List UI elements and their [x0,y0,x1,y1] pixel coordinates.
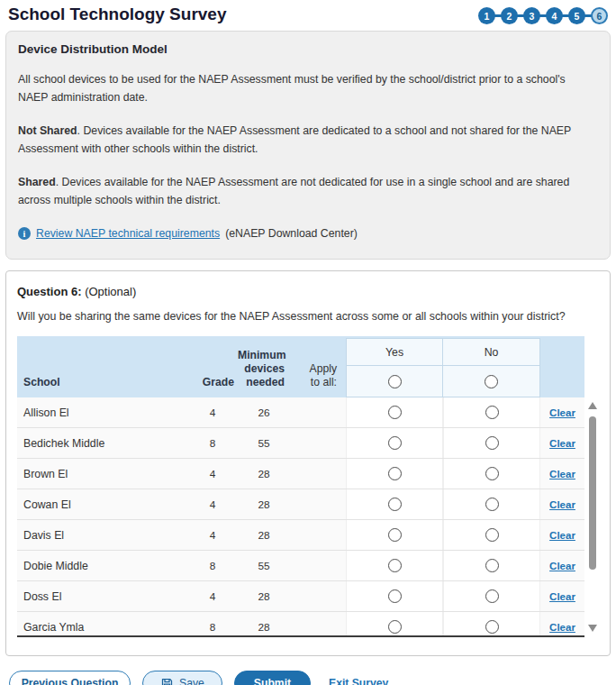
shared-term: Shared [18,176,56,188]
scrollbar-down-arrow-icon[interactable] [588,625,597,632]
school-name: Davis El [17,529,187,542]
step-4[interactable]: 4 [546,7,563,24]
no-cell [443,489,540,519]
yes-radio[interactable] [388,498,402,511]
top-bar: School Technology Survey 123456 [0,0,616,28]
no-radio[interactable] [485,467,499,480]
step-2[interactable]: 2 [501,7,518,24]
previous-question-button[interactable]: Previous Question [9,671,131,685]
table-row: Cowan El 4 28 Clear [17,489,584,520]
table-header-row: School Grade Minimum devices needed Appl… [17,336,584,397]
column-header-grade: Grade [187,376,238,397]
no-radio[interactable] [485,406,499,419]
yes-radio[interactable] [388,406,402,419]
yes-radio[interactable] [388,589,402,603]
table-row: Garcia Ymla 8 28 Clear [17,612,584,637]
table-body: Allison El 4 26 Clear Bedichek Middle 8 … [17,397,584,637]
table-row: Brown El 4 28 Clear [17,459,584,489]
min-devices-value: 55 [238,560,290,572]
clear-link[interactable]: Clear [549,499,575,510]
clear-cell: Clear [540,468,584,480]
clear-link[interactable]: Clear [549,561,575,571]
grade-value: 4 [187,590,238,603]
no-radio[interactable] [485,589,499,603]
yes-cell [346,612,443,637]
step-6[interactable]: 6 [591,7,608,24]
clear-link[interactable]: Clear [549,438,575,449]
not-shared-term: Not Shared [18,124,77,137]
no-column-header: No [443,338,540,397]
min-devices-value: 28 [238,590,290,603]
table-scrollbar[interactable] [587,397,599,637]
school-name: Brown El [17,468,187,480]
clear-cell: Clear [540,621,584,634]
clear-cell: Clear [540,590,584,603]
schools-table: School Grade Minimum devices needed Appl… [17,336,599,637]
step-1[interactable]: 1 [478,7,495,24]
column-header-min-devices: Minimum devices needed [238,349,290,398]
info-paragraph-verify: All school devices to be used for the NA… [18,71,579,107]
question-panel: Question 6: (Optional) Will you be shari… [5,270,611,656]
yes-column-header: Yes [346,338,443,397]
scrollbar-thumb[interactable] [589,416,596,570]
save-button[interactable]: Save [142,671,222,685]
question-header: Question 6: (Optional) [17,285,599,298]
no-cell [443,520,540,550]
yes-radio[interactable] [388,620,402,634]
yes-radio[interactable] [388,436,402,450]
info-paragraph-not-shared: Not Shared. Devices available for the NA… [18,123,579,159]
clear-link[interactable]: Clear [549,530,575,541]
yes-cell [346,397,443,427]
grade-value: 8 [187,560,238,572]
yes-radio[interactable] [388,467,402,480]
clear-link[interactable]: Clear [549,407,575,418]
min-devices-value: 28 [238,621,290,634]
step-3[interactable]: 3 [523,7,540,24]
apply-all-yes-radio[interactable] [388,375,402,388]
table-row: Bedichek Middle 8 55 Clear [17,428,584,459]
yes-radio[interactable] [388,528,402,542]
question-text: Will you be sharing the same devices for… [17,310,599,323]
grade-value: 8 [187,437,238,450]
school-name: Garcia Ymla [17,621,187,634]
table-row: Davis El 4 28 Clear [17,520,584,551]
school-name: Doss El [17,590,187,603]
yes-radio[interactable] [388,559,402,572]
save-button-label: Save [179,677,204,685]
min-devices-value: 26 [238,406,290,419]
clear-link[interactable]: Clear [549,469,575,480]
grade-value: 4 [187,529,238,542]
no-radio[interactable] [485,436,499,450]
school-name: Cowan El [17,498,187,511]
yes-cell [346,551,443,580]
no-cell [443,551,540,580]
clear-link[interactable]: Clear [549,622,575,633]
no-cell [443,581,540,611]
scrollbar-up-arrow-icon[interactable] [588,402,597,409]
info-paragraph-shared: Shared. Devices available for the NAEP A… [18,174,579,210]
school-name: Bedichek Middle [17,437,187,450]
save-floppy-icon [160,677,174,685]
step-5[interactable]: 5 [568,7,585,24]
grade-value: 4 [187,498,238,511]
submit-button[interactable]: Submit [234,671,311,685]
technical-requirements-link[interactable]: Review NAEP technical requirements [36,227,220,240]
column-header-apply-to-all: Apply to all: [290,362,346,398]
footer-actions: Previous Question Save Submit Exit Surve… [9,671,609,685]
exit-survey-link[interactable]: Exit Survey [329,677,388,685]
table-row: Dobie Middle 8 55 Clear [17,551,584,581]
no-column-label: No [443,339,539,366]
school-name: Allison El [17,406,187,419]
no-cell [443,612,540,637]
no-radio[interactable] [485,620,499,634]
clear-link[interactable]: Clear [549,591,575,602]
no-radio[interactable] [485,498,499,511]
clear-cell: Clear [540,529,584,542]
no-radio[interactable] [485,559,499,572]
download-center-note: (eNAEP Download Center) [225,227,358,240]
apply-all-no-radio[interactable] [485,375,498,388]
min-devices-value: 28 [238,529,290,542]
no-radio[interactable] [485,528,499,542]
clear-cell: Clear [540,406,584,419]
question-optional-tag: (Optional) [85,285,136,298]
